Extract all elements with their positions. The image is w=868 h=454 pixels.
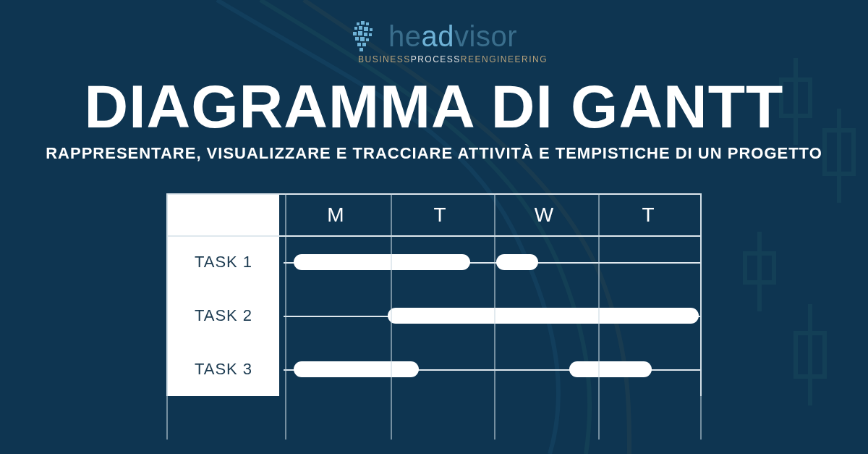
gantt-row: TASK 2	[168, 289, 700, 342]
gantt-lane	[284, 289, 700, 342]
gantt-row: TASK 3	[168, 342, 700, 396]
gridline-horizontal	[168, 235, 700, 237]
gantt-task-label: TASK 2	[168, 289, 284, 342]
svg-rect-15	[353, 32, 357, 35]
svg-rect-10	[366, 22, 369, 25]
gantt-lane	[284, 235, 700, 289]
gantt-chart: MTWT TASK 1TASK 2TASK 3	[166, 193, 702, 396]
gantt-header-row: MTWT	[168, 195, 700, 235]
svg-rect-11	[354, 27, 357, 30]
gantt-task-label: TASK 3	[168, 342, 284, 396]
svg-rect-24	[359, 48, 363, 51]
page-subtitle: RAPPRESENTARE, VISUALIZZARE E TRACCIARE …	[46, 144, 822, 163]
gantt-day-header: M	[284, 195, 388, 235]
brand-wordmark: headvisor	[388, 20, 517, 53]
svg-rect-16	[358, 31, 362, 35]
head-icon	[351, 21, 380, 53]
svg-rect-17	[364, 33, 367, 36]
svg-rect-23	[362, 43, 366, 46]
svg-rect-9	[361, 21, 365, 25]
svg-rect-14	[370, 28, 373, 31]
brand-logo: headvisor BUSINESSPROCESSREENGINEERING	[320, 20, 548, 64]
gantt-task-label: TASK 1	[168, 235, 284, 289]
svg-rect-19	[355, 37, 359, 41]
svg-rect-13	[364, 27, 368, 31]
svg-rect-18	[369, 33, 372, 36]
svg-rect-20	[360, 37, 365, 41]
page-title: DIAGRAMMA DI GANTT	[85, 76, 784, 137]
gantt-lane	[284, 342, 700, 396]
gantt-bar	[294, 254, 470, 270]
gantt-row: TASK 1	[168, 235, 700, 289]
svg-rect-21	[366, 38, 369, 41]
svg-rect-12	[359, 26, 362, 30]
svg-rect-22	[357, 43, 361, 46]
gantt-day-header: T	[388, 195, 492, 235]
gantt-bar	[294, 361, 418, 377]
gantt-day-header: W	[492, 195, 596, 235]
gantt-bar	[569, 361, 652, 377]
brand-tagline: BUSINESSPROCESSREENGINEERING	[358, 54, 548, 64]
gantt-bar	[496, 254, 537, 270]
svg-rect-8	[357, 22, 359, 25]
gantt-header-corner	[168, 195, 284, 235]
gantt-day-header: T	[596, 195, 700, 235]
gantt-bar	[388, 308, 699, 324]
